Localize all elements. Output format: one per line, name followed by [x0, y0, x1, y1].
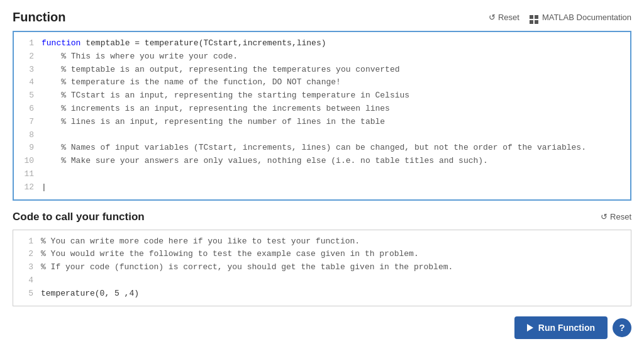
- caller-code-line-3: 3 % If your code (function) is correct, …: [13, 261, 631, 274]
- line-content: % TCstart is an input, representing the …: [42, 89, 409, 103]
- code-line-8: 8: [14, 129, 630, 142]
- line-number: 12: [19, 181, 34, 194]
- keyword-function: function: [42, 38, 80, 48]
- caller-code-line-4: 4: [13, 274, 631, 287]
- line-number: 9: [19, 142, 34, 155]
- line-number: 3: [19, 64, 34, 77]
- line-content: % lines is an input, representing the nu…: [42, 116, 385, 129]
- line-number: 7: [19, 116, 34, 129]
- line-content: % You can write more code here if you li…: [41, 235, 360, 248]
- line-number: 5: [19, 89, 34, 103]
- line-content: temperature(0, 5 ,4): [41, 287, 139, 301]
- function-title: Function: [13, 10, 65, 25]
- code-line-9: 9 % Names of input variables (TCstart, i…: [14, 142, 630, 155]
- line-number: 1: [19, 37, 34, 50]
- line-content: % Names of input variables (TCstart, inc…: [42, 142, 586, 155]
- caller-title: Code to call your function: [13, 211, 145, 223]
- function-reset-button[interactable]: ↺ Reset: [489, 13, 519, 22]
- line-number: 3: [18, 261, 33, 274]
- code-line-6: 6 % increments is an input, representing…: [14, 103, 630, 116]
- line-content: % temptable is an output, representing t…: [42, 64, 400, 77]
- line-number: 2: [19, 50, 34, 64]
- code-line-12: 12: [14, 181, 630, 194]
- function-header-actions: ↺ Reset MATLAB Documentation: [489, 11, 631, 24]
- line-number: 6: [19, 103, 34, 116]
- reset-icon: ↺: [489, 13, 496, 22]
- code-line-3: 3 % temptable is an output, representing…: [14, 64, 630, 77]
- code-line-11: 11: [14, 168, 630, 181]
- caller-code-editor[interactable]: 1 % You can write more code here if you …: [13, 230, 631, 306]
- doc-icon: [530, 11, 538, 24]
- function-section-header: Function ↺ Reset MATLAB Documentation: [13, 10, 631, 25]
- grid-icon: [530, 15, 538, 24]
- matlab-documentation-link[interactable]: MATLAB Documentation: [530, 11, 631, 24]
- caller-reset-button[interactable]: ↺ Reset: [601, 212, 631, 221]
- help-button[interactable]: ?: [613, 318, 631, 337]
- reset-icon: ↺: [601, 212, 608, 221]
- line-number: 4: [19, 76, 34, 89]
- footer: Run Function ?: [13, 316, 631, 339]
- line-content: % increments is an input, representing t…: [42, 103, 390, 116]
- line-number: 8: [19, 129, 34, 142]
- line-number: 5: [18, 287, 33, 301]
- line-content: % temperature is the name of the functio…: [42, 76, 341, 89]
- main-page: Function ↺ Reset MATLAB Documentation: [0, 0, 644, 351]
- code-line-4: 4 % temperature is the name of the funct…: [14, 76, 630, 89]
- line-content: [41, 274, 46, 287]
- caller-section-header: Code to call your function ↺ Reset: [13, 211, 631, 223]
- line-content: [42, 181, 47, 194]
- caller-code-line-2: 2 % You would write the following to tes…: [13, 248, 631, 261]
- run-function-button[interactable]: Run Function: [514, 316, 608, 339]
- code-line-2: 2 % This is where you write your code.: [14, 50, 630, 64]
- code-line-10: 10 % Make sure your answers are only val…: [14, 155, 630, 168]
- play-icon: [527, 324, 533, 332]
- line-number: 4: [18, 274, 33, 287]
- line-content: % This is where you write your code.: [42, 50, 238, 64]
- line-content: % If your code (function) is correct, yo…: [41, 261, 453, 274]
- code-line-5: 5 % TCstart is an input, representing th…: [14, 89, 630, 103]
- code-line-7: 7 % lines is an input, representing the …: [14, 116, 630, 129]
- line-number: 1: [18, 235, 33, 248]
- line-content: function temptable = temperature(TCstart…: [42, 37, 326, 50]
- caller-code-line-5: 5 temperature(0, 5 ,4): [13, 287, 631, 301]
- line-number: 10: [19, 155, 34, 168]
- line-number: 2: [18, 248, 33, 261]
- caller-code-line-1: 1 % You can write more code here if you …: [13, 235, 631, 248]
- line-content: % Make sure your answers are only values…: [42, 155, 488, 168]
- line-content: % You would write the following to test …: [41, 248, 419, 261]
- line-number: 11: [19, 168, 34, 181]
- line-content: [42, 168, 47, 181]
- function-code-editor[interactable]: 1 function temptable = temperature(TCsta…: [13, 31, 631, 201]
- line-content: [42, 129, 47, 142]
- code-line-1: 1 function temptable = temperature(TCsta…: [14, 37, 630, 50]
